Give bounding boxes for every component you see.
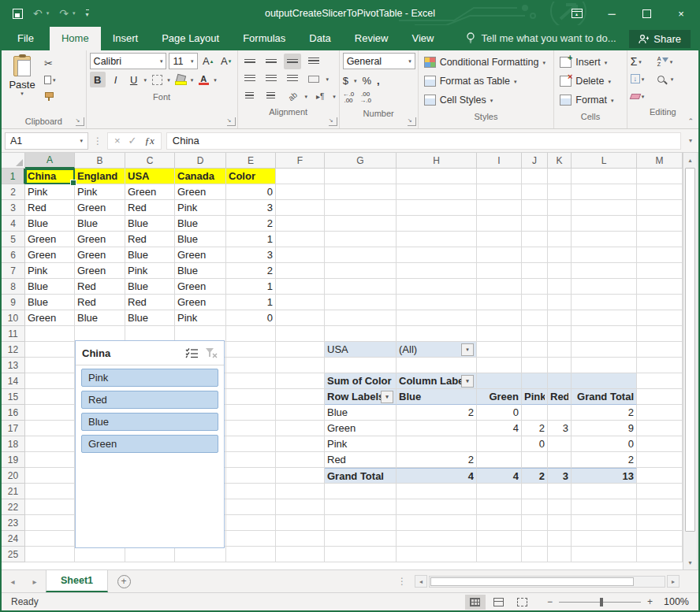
paste-button[interactable]: Paste ▾ xyxy=(5,53,39,96)
cell-M16[interactable] xyxy=(637,405,683,421)
cell-M1[interactable] xyxy=(637,169,683,184)
tab-scroll-splitter[interactable]: ⋮ xyxy=(397,576,407,587)
cell-F18[interactable] xyxy=(276,436,325,452)
paste-dropdown-icon[interactable]: ▾ xyxy=(20,91,24,96)
row-header-22[interactable]: 22 xyxy=(2,499,25,515)
cell-H16[interactable]: 2 xyxy=(397,405,477,421)
slicer-item-green[interactable]: Green xyxy=(81,435,218,453)
slicer-china[interactable]: China PinkRedBlueGreen xyxy=(75,340,225,548)
cell-E1[interactable]: Color xyxy=(226,169,276,184)
cell-H6[interactable] xyxy=(397,247,477,263)
column-header-C[interactable]: C xyxy=(125,153,175,169)
accounting-format-button[interactable]: $ xyxy=(343,75,348,87)
decrease-font-size-button[interactable]: A xyxy=(218,54,234,69)
cell-L8[interactable] xyxy=(572,279,637,295)
cell-G7[interactable] xyxy=(325,263,397,279)
cell-L21[interactable] xyxy=(572,484,637,499)
cell-B4[interactable]: Blue xyxy=(75,216,125,232)
column-header-K[interactable]: K xyxy=(548,153,572,169)
cell-J10[interactable] xyxy=(522,310,548,326)
cell-D1[interactable]: Canada xyxy=(175,169,226,184)
horizontal-scrollbar[interactable] xyxy=(429,576,665,588)
align-middle-button[interactable] xyxy=(262,54,280,69)
cell-E20[interactable] xyxy=(226,468,276,484)
row-header-14[interactable]: 14 xyxy=(2,373,25,389)
row-header-20[interactable]: 20 xyxy=(2,468,25,484)
cell-A15[interactable] xyxy=(25,389,75,405)
column-header-H[interactable]: H xyxy=(397,153,477,169)
cell-F5[interactable] xyxy=(276,232,325,247)
cell-K10[interactable] xyxy=(548,310,572,326)
cell-L2[interactable] xyxy=(572,184,637,200)
find-select-button[interactable]: ▾ xyxy=(657,76,684,83)
cell-D11[interactable] xyxy=(175,326,226,342)
cell-J6[interactable] xyxy=(522,247,548,263)
cell-G21[interactable] xyxy=(325,484,397,499)
cell-M7[interactable] xyxy=(637,263,683,279)
slicer-item-pink[interactable]: Pink xyxy=(81,369,218,387)
scroll-up-icon[interactable]: ▴ xyxy=(683,153,697,167)
cell-A6[interactable]: Green xyxy=(25,247,75,263)
number-dialog-launcher[interactable]: ↘ xyxy=(408,117,416,126)
cell-C25[interactable] xyxy=(125,547,175,562)
cell-B7[interactable]: Green xyxy=(75,263,125,279)
cell-C6[interactable]: Blue xyxy=(125,247,175,263)
cell-H19[interactable]: 2 xyxy=(397,452,477,468)
row-header-7[interactable]: 7 xyxy=(2,263,25,279)
row-header-8[interactable]: 8 xyxy=(2,279,25,295)
cell-L7[interactable] xyxy=(572,263,637,279)
cell-I19[interactable] xyxy=(477,452,522,468)
cell-C11[interactable] xyxy=(125,326,175,342)
cell-G15[interactable]: Row Labels▾ xyxy=(325,389,397,405)
cell-F21[interactable] xyxy=(276,484,325,499)
tab-page-layout[interactable]: Page Layout xyxy=(150,27,231,50)
cell-A17[interactable] xyxy=(25,421,75,436)
cell-G9[interactable] xyxy=(325,295,397,310)
cell-M4[interactable] xyxy=(637,216,683,232)
scroll-down-icon[interactable]: ▾ xyxy=(683,555,697,569)
cell-G19[interactable]: Red xyxy=(325,452,397,468)
cell-K15[interactable]: Red xyxy=(548,389,572,405)
cell-E24[interactable] xyxy=(226,531,276,547)
slicer-multiselect-icon[interactable] xyxy=(185,347,199,358)
cell-L17[interactable]: 9 xyxy=(572,421,637,436)
cell-B1[interactable]: England xyxy=(75,169,125,184)
cell-M20[interactable] xyxy=(637,468,683,484)
cell-B9[interactable]: Red xyxy=(75,295,125,310)
italic-button[interactable]: I xyxy=(108,72,124,87)
cell-M13[interactable] xyxy=(637,358,683,373)
cell-I14[interactable] xyxy=(477,373,522,389)
cut-button[interactable]: ✂ xyxy=(44,56,61,70)
cell-M5[interactable] xyxy=(637,232,683,247)
cell-E6[interactable]: 3 xyxy=(226,247,276,263)
row-header-16[interactable]: 16 xyxy=(2,405,25,421)
row-header-5[interactable]: 5 xyxy=(2,232,25,247)
expand-formula-bar-icon[interactable]: ▾ xyxy=(686,137,695,144)
cell-G14[interactable]: Sum of Color xyxy=(325,373,397,389)
cell-J21[interactable] xyxy=(522,484,548,499)
cell-F24[interactable] xyxy=(276,531,325,547)
cell-F1[interactable] xyxy=(276,169,325,184)
cell-L25[interactable] xyxy=(572,547,637,562)
cell-M10[interactable] xyxy=(637,310,683,326)
cell-I20[interactable]: 4 xyxy=(477,468,522,484)
column-header-F[interactable]: F xyxy=(276,153,325,169)
cell-K18[interactable] xyxy=(548,436,572,452)
tab-data[interactable]: Data xyxy=(297,27,342,50)
cell-L9[interactable] xyxy=(572,295,637,310)
share-button[interactable]: Share xyxy=(629,30,691,48)
cell-C7[interactable]: Pink xyxy=(125,263,175,279)
zoom-slider-handle[interactable] xyxy=(600,598,603,606)
cell-M23[interactable] xyxy=(637,515,683,531)
cell-E23[interactable] xyxy=(226,515,276,531)
cell-E4[interactable]: 2 xyxy=(226,216,276,232)
cell-J4[interactable] xyxy=(522,216,548,232)
cell-L3[interactable] xyxy=(572,200,637,216)
cell-L1[interactable] xyxy=(572,169,637,184)
cell-D5[interactable]: Blue xyxy=(175,232,226,247)
cell-L19[interactable]: 2 xyxy=(572,452,637,468)
cell-K22[interactable] xyxy=(548,499,572,515)
slicer-item-blue[interactable]: Blue xyxy=(81,413,218,431)
cell-M14[interactable] xyxy=(637,373,683,389)
cell-C5[interactable]: Red xyxy=(125,232,175,247)
